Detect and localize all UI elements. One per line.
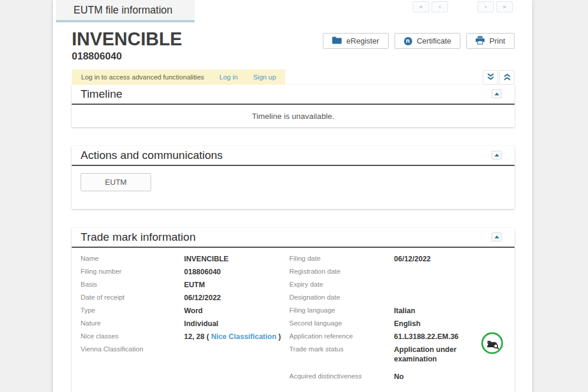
field-label: Filing number bbox=[81, 266, 184, 275]
collapse-all-icon bbox=[487, 72, 495, 82]
folder-icon bbox=[332, 36, 342, 46]
trademark-left-column: Name INVENCIBLE Filing number 018806040 … bbox=[72, 253, 289, 384]
trademark-header: Trade mark information bbox=[72, 228, 514, 248]
field-row-acquired-distinctiveness: Acquired distinctiveness No bbox=[289, 371, 506, 384]
actions-panel: Actions and communications EUTM bbox=[72, 146, 514, 209]
section-toggles bbox=[483, 70, 514, 85]
previous-record-button[interactable]: ‹ bbox=[432, 1, 448, 12]
eregister-button[interactable]: eRegister bbox=[323, 33, 389, 49]
field-value: 018806040 bbox=[184, 266, 221, 277]
field-row-registration-date: Registration date bbox=[289, 266, 506, 279]
tab-bar: EUTM file information « ‹ › » bbox=[53, 0, 532, 22]
field-value bbox=[394, 279, 482, 280]
field-value: Word bbox=[184, 305, 203, 315]
field-label: Second language bbox=[289, 318, 394, 327]
print-label: Print bbox=[489, 36, 505, 45]
field-row-type: Type Word bbox=[81, 305, 289, 318]
field-label: Filing language bbox=[289, 305, 394, 314]
field-value: 06/12/2022 bbox=[184, 292, 221, 303]
field-value: 61.L3188.22.EM.36 bbox=[394, 331, 482, 341]
first-record-button[interactable]: « bbox=[413, 1, 429, 12]
field-row-filing-date: Filing date 06/12/2022 bbox=[289, 253, 506, 266]
expand-all-icon bbox=[503, 74, 511, 81]
field-row-application-reference: Application reference 61.L3188.22.EM.36 bbox=[289, 331, 506, 344]
field-row-vienna-classification: Vienna Classification bbox=[81, 344, 289, 357]
field-label: Acquired distinctiveness bbox=[289, 371, 394, 380]
field-value: 06/12/2022 bbox=[394, 253, 482, 264]
field-row-date-of-receipt: Date of receipt 06/12/2022 bbox=[81, 292, 289, 305]
field-row-filing-number: Filing number 018806040 bbox=[81, 266, 289, 279]
record-pager: « ‹ › » bbox=[413, 1, 513, 12]
trademark-right-column: Filing date 06/12/2022 Registration date… bbox=[289, 253, 506, 384]
actions-body: EUTM bbox=[72, 166, 514, 209]
page: EUTM file information « ‹ › » INVENCIBLE… bbox=[0, 0, 588, 392]
signup-link[interactable]: Sign up bbox=[253, 74, 276, 81]
printer-icon bbox=[476, 36, 485, 46]
field-label: Expiry date bbox=[289, 279, 394, 288]
first-page-icon: « bbox=[419, 3, 423, 10]
login-link[interactable]: Log in bbox=[219, 74, 238, 81]
content-column: EUTM file information « ‹ › » INVENCIBLE… bbox=[53, 0, 532, 392]
chevron-up-icon bbox=[495, 235, 499, 238]
timeline-collapse-button[interactable] bbox=[492, 89, 502, 98]
field-value: 12, 28 ( Nice Classification ) bbox=[184, 331, 281, 341]
timeline-panel: Timeline Timeline is unavailable. bbox=[72, 85, 514, 127]
field-label: Date of receipt bbox=[81, 292, 184, 301]
field-label: Registration date bbox=[289, 266, 394, 275]
filing-number-heading: 018806040 bbox=[72, 51, 532, 62]
field-label: Nice classes bbox=[81, 331, 184, 340]
tab-eutm-file-information[interactable]: EUTM file information bbox=[56, 0, 195, 22]
collapse-all-button[interactable] bbox=[483, 70, 498, 85]
field-label: Type bbox=[81, 305, 184, 314]
last-page-icon: » bbox=[503, 3, 506, 10]
login-banner: Log in to access advanced functionalitie… bbox=[72, 69, 285, 85]
field-label: Filing date bbox=[289, 253, 394, 262]
field-label: Basis bbox=[81, 279, 184, 288]
field-value: Italian bbox=[394, 305, 482, 315]
field-row-nature: Nature Individual bbox=[81, 318, 289, 331]
previous-page-icon: ‹ bbox=[439, 3, 441, 10]
field-row-name: Name INVENCIBLE bbox=[81, 253, 289, 266]
timeline-header: Timeline bbox=[72, 85, 514, 105]
certificate-button[interactable]: R Certificate bbox=[395, 33, 461, 49]
nice-classes-value: 12, 28 ( bbox=[184, 333, 211, 341]
trademark-status-value: Application under examination bbox=[394, 344, 482, 364]
last-record-button[interactable]: » bbox=[496, 1, 513, 12]
actions-collapse-button[interactable] bbox=[492, 151, 502, 160]
utility-row: Log in to access advanced functionalitie… bbox=[72, 69, 514, 85]
actions-header: Actions and communications bbox=[72, 146, 514, 166]
examination-status-icon[interactable] bbox=[480, 331, 504, 355]
field-value: INVENCIBLE bbox=[184, 253, 229, 264]
field-value: No bbox=[394, 371, 482, 381]
registered-symbol-icon: R bbox=[404, 37, 412, 45]
field-label: Name bbox=[81, 253, 184, 262]
certificate-label: Certificate bbox=[417, 36, 452, 45]
field-row-basis: Basis EUTM bbox=[81, 279, 289, 292]
next-record-button[interactable]: › bbox=[477, 1, 494, 12]
nice-classes-close: ) bbox=[276, 333, 281, 341]
eutm-tab-button[interactable]: EUTM bbox=[81, 173, 151, 191]
nice-classification-link[interactable]: Nice Classification bbox=[211, 333, 276, 341]
chevron-up-icon bbox=[495, 154, 499, 157]
timeline-empty-message: Timeline is unavailable. bbox=[252, 112, 335, 121]
field-row-designation-date: Designation date bbox=[289, 292, 506, 305]
trademark-body: Name INVENCIBLE Filing number 018806040 … bbox=[72, 248, 514, 392]
document-actions: eRegister R Certificate Print bbox=[323, 33, 514, 49]
trademark-collapse-button[interactable] bbox=[492, 232, 502, 241]
actions-title: Actions and communications bbox=[81, 149, 223, 162]
trademark-panel: Trade mark information Name INVENCIBLE F… bbox=[72, 228, 514, 392]
print-button[interactable]: Print bbox=[466, 33, 514, 49]
field-row-nice-classes: Nice classes 12, 28 ( Nice Classificatio… bbox=[81, 331, 289, 344]
next-page-icon: › bbox=[485, 3, 487, 10]
timeline-title: Timeline bbox=[81, 88, 122, 101]
trademark-title: Trade mark information bbox=[81, 231, 196, 244]
expand-all-button[interactable] bbox=[499, 70, 514, 85]
field-value: EUTM bbox=[184, 279, 205, 290]
timeline-body: Timeline is unavailable. bbox=[72, 105, 514, 127]
field-row-filing-language: Filing language Italian bbox=[289, 305, 506, 318]
field-row-expiry-date: Expiry date bbox=[289, 279, 506, 292]
field-label: Designation date bbox=[289, 292, 394, 301]
field-value bbox=[394, 292, 482, 293]
field-label: Nature bbox=[81, 318, 184, 327]
field-value: English bbox=[394, 318, 482, 328]
